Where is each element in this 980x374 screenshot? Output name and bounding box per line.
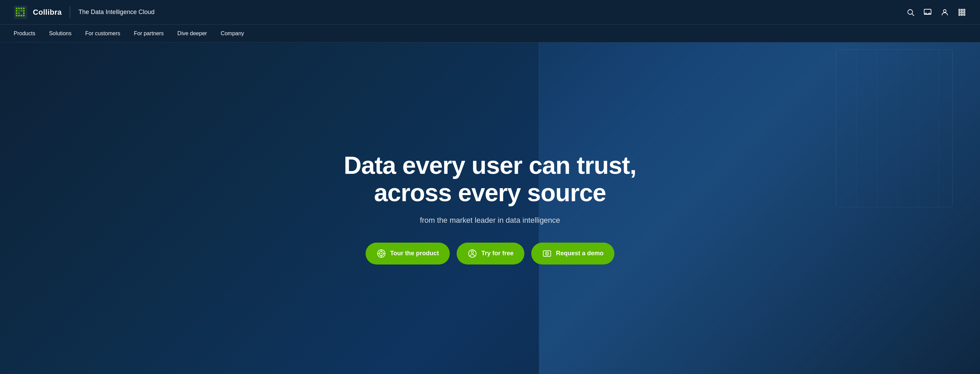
svg-rect-25 [964,12,965,13]
request-demo-label: Request a demo [556,250,603,257]
svg-rect-9 [16,12,18,14]
hero-section: Data every user can trust, across every … [0,43,980,374]
svg-rect-1 [16,8,18,9]
svg-rect-10 [18,12,20,14]
demo-icon [542,249,552,258]
svg-rect-8 [23,10,25,12]
chat-icon[interactable] [923,8,932,17]
user-icon[interactable] [940,8,949,17]
svg-rect-2 [18,8,20,9]
nav-item-products[interactable]: Products [14,25,42,43]
search-icon[interactable] [906,8,915,17]
svg-rect-14 [21,15,22,16]
grid-icon[interactable] [958,8,966,17]
collibra-name: Collibra [33,8,62,17]
svg-rect-20 [959,9,960,11]
nav-item-dive-deeper[interactable]: Dive deeper [170,25,213,43]
top-bar: Collibra The Data Intelligence Cloud [0,0,980,25]
svg-rect-13 [18,15,20,16]
svg-rect-15 [23,15,25,16]
hero-buttons: Tour the product Try for free [343,243,637,264]
try-icon [468,249,477,258]
svg-point-37 [471,251,474,253]
svg-line-17 [912,14,914,16]
svg-rect-5 [16,10,18,12]
svg-point-40 [547,253,548,254]
hero-title: Data every user can trust, across every … [343,152,637,206]
svg-rect-26 [959,14,960,15]
logo-tagline: The Data Intelligence Cloud [78,8,154,16]
svg-rect-12 [16,15,18,16]
svg-rect-28 [964,14,965,15]
top-bar-icons [906,8,966,17]
tour-product-button[interactable]: Tour the product [366,243,450,264]
svg-point-19 [943,10,946,12]
nav-item-solutions[interactable]: Solutions [42,25,78,43]
svg-rect-11 [23,12,25,14]
nav-item-company[interactable]: Company [214,25,251,43]
svg-rect-24 [961,12,963,13]
hero-subtitle: from the market leader in data intellige… [343,216,637,225]
tour-icon [377,249,386,258]
tour-product-label: Tour the product [390,250,439,257]
svg-rect-7 [21,10,22,12]
svg-point-35 [381,253,382,254]
try-free-button[interactable]: Try for free [457,243,524,264]
svg-rect-22 [964,9,965,11]
hero-content: Data every user can trust, across every … [336,152,644,264]
svg-rect-6 [18,10,20,12]
nav-item-for-customers[interactable]: For customers [78,25,127,43]
collibra-logo[interactable] [14,5,27,19]
request-demo-button[interactable]: Request a demo [531,243,614,264]
svg-rect-23 [959,12,960,13]
svg-rect-4 [23,8,25,9]
nav-item-for-partners[interactable]: For partners [127,25,170,43]
svg-rect-3 [21,8,22,9]
svg-rect-21 [961,9,963,11]
svg-rect-27 [961,14,963,15]
logo-area: Collibra The Data Intelligence Cloud [14,5,154,19]
svg-rect-0 [14,5,27,19]
try-free-label: Try for free [481,250,514,257]
nav-bar: Products Solutions For customers For par… [0,25,980,43]
